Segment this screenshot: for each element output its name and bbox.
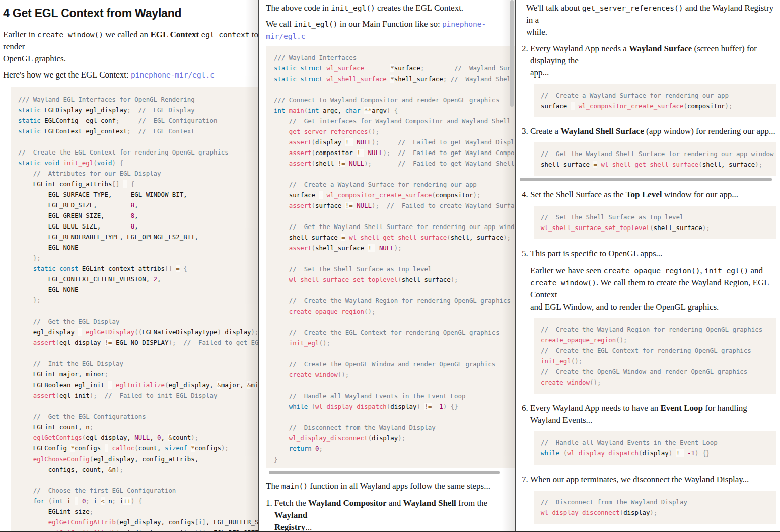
code-block-get-shell-surface[interactable]: // Get the Wayland Shell Surface for ren… <box>534 142 776 176</box>
paragraph-registry-note: We'll talk about get_server_references()… <box>522 2 776 38</box>
code-block-set-toplevel: // Set the Shell Surface as top levelwl_… <box>534 206 776 239</box>
code-block-init-egl[interactable]: /// Wayland EGL Interfaces for OpenGL Re… <box>11 87 258 532</box>
horizontal-scrollbar-thumb[interactable] <box>520 178 772 181</box>
horizontal-scrollbar-thumb[interactable] <box>269 471 500 474</box>
list-item-3: 3. Create a Wayland Shell Surface (app w… <box>522 125 776 137</box>
column-divider <box>515 0 516 532</box>
list-item-5: 5. This part is specific to OpenGL apps.… <box>522 248 776 260</box>
list-number: 2. <box>522 43 528 55</box>
list-item-text: When our app terminates, we disconnect t… <box>530 475 749 484</box>
paragraph-egl-source: Here's how we get the EGL Context: pinep… <box>3 69 258 81</box>
list-number: 6. <box>522 402 528 414</box>
list-number: 1. <box>266 497 272 509</box>
vertical-scrollbar-thumb[interactable] <box>510 0 514 107</box>
code-block-event-loop: // Handle all Wayland Events in the Even… <box>534 431 776 465</box>
section-heading-get-egl-context: 4 Get EGL Context from Wayland <box>3 6 258 21</box>
list-item-2: 2. Every Wayland App needs a Wayland Sur… <box>522 43 776 79</box>
list-number: 4. <box>522 189 528 201</box>
list-number: 7. <box>522 474 528 486</box>
list-item-7: 7. When our app terminates, we disconnec… <box>522 474 776 486</box>
list-item-text: Every Wayland App needs to have an Event… <box>530 403 747 425</box>
code-block-disconnect: // Disconnect from the Wayland Displaywl… <box>534 491 776 524</box>
list-item-text: This part is specific to OpenGL apps... <box>530 249 662 258</box>
paragraph-call-init-egl: We call init_egl() in our Main Function … <box>266 18 515 42</box>
paragraph-egl-intro: Earlier in create_window() we called an … <box>3 29 258 65</box>
paragraph-opengl-detail: Earlier we have seen create_opaque_regio… <box>522 265 776 313</box>
article-column-middle: The above code in init_egl() creates the… <box>259 0 515 532</box>
list-item-6: 6. Every Wayland App needs to have an Ev… <box>522 402 776 426</box>
article-column-left: 4 Get EGL Context from Wayland Earlier i… <box>0 0 258 532</box>
code-block-create-surface: // Create a Wayland Surface for renderin… <box>534 84 776 117</box>
article-column-right: We'll talk about get_server_references()… <box>516 0 780 532</box>
list-number: 3. <box>522 125 528 137</box>
list-number: 5. <box>522 248 528 260</box>
list-item-text: Create a Wayland Shell Surface (app wind… <box>530 126 775 136</box>
code-block-opengl-calls: // Create the Wayland Region for renderi… <box>534 318 776 394</box>
paragraph-main-steps: The main() function in all Wayland apps … <box>266 480 515 492</box>
list-item-text: Fetch the Wayland Compositor and Wayland… <box>274 498 487 532</box>
code-block-main-function[interactable]: /// Wayland Interfacesstatic struct wl_s… <box>266 46 515 468</box>
list-item-4: 4. Set the Shell Surface as the Top Leve… <box>522 189 776 201</box>
paragraph-above-code: The above code in init_egl() creates the… <box>266 2 515 14</box>
list-item-text: Set the Shell Surface as the Top Level w… <box>530 190 738 199</box>
list-item-text: Every Wayland App needs a Wayland Surfac… <box>530 44 757 78</box>
column-divider <box>258 0 259 532</box>
list-item-1: 1. Fetch the Wayland Compositor and Wayl… <box>266 497 515 532</box>
